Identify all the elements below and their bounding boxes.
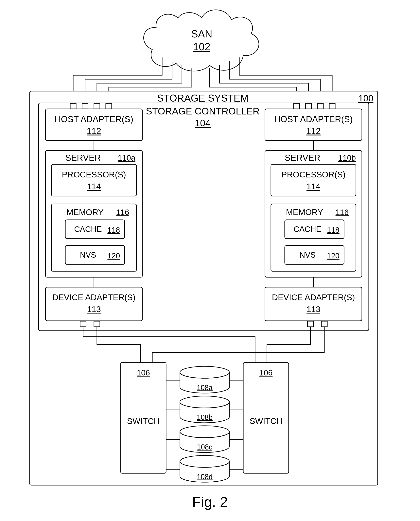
device-adapter-right (265, 287, 362, 321)
memory-right-ref: 116 (336, 208, 349, 217)
cache-right-ref: 118 (327, 226, 339, 234)
host-adapter-right-ref: 112 (306, 126, 321, 136)
storage-system-ref: 100 (358, 93, 374, 103)
host-adapter-left-label: HOST ADAPTER(S) (55, 114, 133, 124)
host-adapter-left-ref: 112 (87, 126, 101, 136)
disk-108b: 108b (180, 396, 229, 423)
svg-point-19 (180, 455, 229, 467)
nvs-right-ref: 120 (327, 252, 339, 260)
disk-108d-ref: 108d (197, 473, 213, 481)
host-adapter-left (45, 109, 142, 140)
processor-left (52, 164, 136, 196)
svg-rect-4 (294, 103, 300, 109)
processor-right-label: PROCESSOR(S) (281, 170, 345, 179)
device-adapter-right-label: DEVICE ADAPTER(S) (272, 293, 355, 302)
svg-rect-3 (106, 103, 112, 109)
cache-right-label: CACHE (294, 225, 321, 233)
svg-rect-2 (94, 103, 100, 109)
memory-left-ref: 116 (116, 208, 129, 217)
disk-108b-ref: 108b (197, 413, 213, 421)
server-right-ref: 110b (338, 154, 356, 162)
device-adapter-right-ref: 113 (307, 304, 320, 314)
svg-rect-1 (82, 103, 88, 109)
host-adapter-right-label: HOST ADAPTER(S) (274, 114, 353, 124)
svg-rect-15 (321, 321, 327, 327)
svg-rect-14 (308, 321, 313, 327)
figure-caption: Fig. 2 (192, 494, 228, 510)
processor-right (271, 164, 356, 196)
cache-left-ref: 118 (107, 226, 120, 234)
disk-108c-ref: 108c (197, 443, 212, 451)
processor-left-label: PROCESSOR(S) (62, 170, 126, 179)
server-left-label: SERVER (65, 153, 101, 163)
nvs-left-ref: 120 (107, 252, 120, 260)
processor-left-ref: 114 (87, 182, 101, 191)
svg-rect-12 (80, 321, 86, 327)
switch-left-label: SWITCH (127, 416, 160, 426)
nvs-right-label: NVS (299, 250, 315, 259)
server-left-ref: 110a (118, 154, 136, 162)
nvs-left-label: NVS (80, 250, 96, 259)
storage-controller-ref: 104 (195, 118, 210, 128)
disk-108c: 108c (180, 426, 229, 452)
memory-right-label: MEMORY (286, 208, 323, 217)
server-right-label: SERVER (285, 153, 320, 163)
svg-rect-6 (317, 103, 323, 109)
device-adapter-left (45, 287, 142, 321)
svg-rect-0 (70, 103, 76, 109)
disk-108d: 108d (180, 455, 229, 482)
san-cloud: SAN 102 (143, 10, 259, 71)
processor-right-ref: 114 (307, 182, 320, 191)
cache-left-label: CACHE (74, 225, 102, 233)
svg-rect-7 (329, 103, 335, 109)
storage-system-label: STORAGE SYSTEM (157, 93, 248, 104)
storage-controller-label: STORAGE CONTROLLER (146, 106, 259, 117)
svg-point-16 (180, 366, 229, 378)
switch-right-label: SWITCH (249, 416, 282, 426)
svg-point-17 (180, 396, 229, 408)
memory-left-label: MEMORY (67, 208, 104, 217)
device-adapter-left-label: DEVICE ADAPTER(S) (52, 293, 135, 302)
diagram: SAN 102 STORAGE SYSTEM 100 STORAGE CONTR… (0, 0, 420, 521)
svg-rect-5 (306, 103, 311, 109)
device-adapter-left-ref: 113 (87, 304, 101, 314)
disk-108a: 108a (180, 366, 229, 393)
san-ref: 102 (193, 41, 210, 53)
host-adapter-right (265, 109, 362, 140)
switch-right-ref: 106 (259, 368, 273, 377)
switch-left-ref: 106 (137, 368, 150, 377)
disk-108a-ref: 108a (197, 384, 213, 392)
svg-rect-13 (94, 321, 100, 327)
san-label: SAN (191, 28, 212, 40)
svg-point-18 (180, 426, 229, 438)
